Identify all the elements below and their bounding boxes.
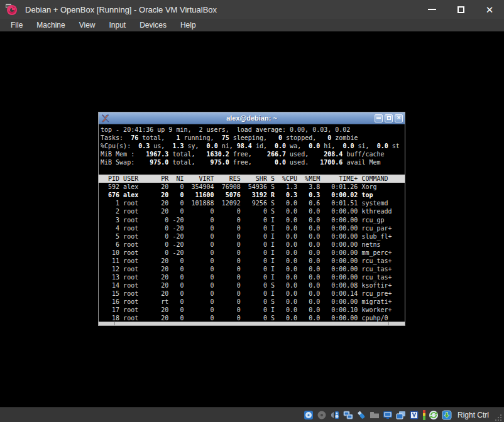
window-title: Debian + OpenBox [Running] - Oracle VM V…	[25, 5, 217, 14]
terminal-maximize-button[interactable]	[385, 114, 393, 122]
optical-drives-status-icon[interactable]	[317, 409, 327, 420]
terminal-line: 592 alex 20 0 354904 76908 54936 S 1.3 3…	[101, 183, 405, 191]
terminal-resize-handle[interactable]	[99, 322, 405, 325]
guest-desktop[interactable]: alex@debian: ~ ✕ top - 20:41:36 up 9 min…	[0, 31, 504, 407]
terminal-line: MiB Mem : 1967.3 total, 1630.2 free, 266…	[101, 150, 405, 158]
terminal-line: 1 root 20 0 101888 12092 9256 S 0.0 0.6 …	[101, 199, 405, 207]
terminal-line: Tasks: 76 total, 1 running, 75 sleeping,…	[101, 134, 405, 142]
terminal-line: 13 root 20 0 0 0 0 I 0.0 0.0 0:00.00 rcu…	[101, 273, 405, 281]
handle-grip-left	[114, 322, 115, 325]
terminal-screen[interactable]: top - 20:41:36 up 9 min, 2 users, load a…	[99, 124, 405, 322]
xterm-icon	[101, 114, 110, 123]
resize-grip[interactable]	[494, 412, 503, 422]
network-status-icon[interactable]	[343, 409, 354, 420]
terminal-line: 16 root rt 0 0 0 0 S 0.0 0.0 0:00.00 mig…	[101, 298, 405, 306]
terminal-minimize-button[interactable]	[375, 114, 383, 122]
terminal-line: MiB Swap: 975.0 total, 975.0 free, 0.0 u…	[101, 158, 405, 166]
terminal-line: 2 root 20 0 0 0 0 S 0.0 0.0 0:00.00 kthr…	[101, 207, 405, 215]
usb-status-icon[interactable]	[356, 409, 367, 420]
maximize-button[interactable]	[446, 0, 475, 19]
close-icon: ✕	[486, 5, 494, 14]
terminal-line: 12 root 20 0 0 0 0 I 0.0 0.0 0:00.00 rcu…	[101, 265, 405, 273]
terminal-line: 14 root 20 0 0 0 0 S 0.0 0.0 0:00.08 kso…	[101, 281, 405, 289]
minimize-icon	[428, 9, 436, 10]
terminal-line: 11 root 20 0 0 0 0 I 0.0 0.0 0:00.00 rcu…	[101, 257, 405, 265]
keyboard-capture-status-icon[interactable]	[442, 409, 452, 420]
terminal-line: 4 root 0 -20 0 0 0 I 0.0 0.0 0:00.00 rcu…	[101, 224, 405, 232]
virtualbox-logo-icon	[4, 3, 19, 16]
handle-grip-right	[388, 322, 389, 325]
terminal-line: 10 root 0 -20 0 0 0 I 0.0 0.0 0:00.00 mm…	[101, 249, 405, 257]
terminal-line	[101, 166, 405, 175]
terminal-window: alex@debian: ~ ✕ top - 20:41:36 up 9 min…	[98, 112, 405, 326]
maximize-icon	[457, 6, 464, 13]
titlebar: Debian + OpenBox [Running] - Oracle VM V…	[0, 0, 504, 19]
menu-help[interactable]: Help	[173, 19, 203, 31]
minimize-icon	[376, 117, 381, 119]
menu-view[interactable]: View	[72, 19, 102, 31]
activity-indicator	[422, 409, 426, 420]
features-status-icon[interactable]	[409, 409, 420, 420]
terminal-line: 15 root 20 0 0 0 0 I 0.0 0.0 0:00.14 rcu…	[101, 289, 405, 298]
window-controls: ✕	[417, 0, 504, 19]
menu-machine[interactable]: Machine	[30, 19, 72, 31]
menubar: File Machine View Input Devices Help	[0, 19, 504, 31]
shared-folders-status-icon[interactable]	[370, 409, 380, 420]
menu-file[interactable]: File	[4, 19, 30, 31]
virtualbox-window: Debian + OpenBox [Running] - Oracle VM V…	[0, 0, 504, 422]
host-key-label: Right Ctrl	[457, 411, 489, 419]
terminal-line: top - 20:41:36 up 9 min, 2 users, load a…	[101, 126, 405, 134]
terminal-line: 676 alex 20 0 11600 5076 3192 R 0.3 0.3 …	[101, 191, 405, 199]
close-button[interactable]: ✕	[475, 0, 504, 19]
minimize-button[interactable]	[417, 0, 446, 19]
menu-input[interactable]: Input	[102, 19, 133, 31]
menu-devices[interactable]: Devices	[133, 19, 173, 31]
terminal-line: 6 root 0 -20 0 0 0 I 0.0 0.0 0:00.00 net…	[101, 241, 405, 249]
terminal-title: alex@debian: ~	[99, 114, 405, 122]
recording-status-icon[interactable]	[396, 409, 407, 420]
close-icon: ✕	[397, 116, 401, 121]
terminal-controls: ✕	[375, 114, 403, 122]
terminal-line: 5 root 0 -20 0 0 0 I 0.0 0.0 0:00.00 slu…	[101, 232, 405, 241]
statusbar: Right Ctrl	[0, 407, 504, 422]
terminal-line: 17 root 20 0 0 0 0 I 0.0 0.0 0:00.10 kwo…	[101, 306, 405, 314]
audio-status-icon[interactable]	[330, 409, 341, 420]
mouse-integration-status-icon[interactable]	[429, 409, 439, 420]
terminal-line: 18 root 20 0 0 0 0 S 0.0 0.0 0:00.00 cpu…	[101, 314, 405, 322]
terminal-line: %Cpu(s): 0.3 us, 1.3 sy, 0.0 ni, 98.4 id…	[101, 142, 405, 150]
terminal-line: 3 root 0 -20 0 0 0 I 0.0 0.0 0:00.00 rcu…	[101, 216, 405, 224]
hard-disks-status-icon[interactable]	[304, 409, 314, 420]
terminal-line: PID USER PR NI VIRT RES SHR S %CPU %MEM …	[99, 175, 405, 183]
terminal-close-button[interactable]: ✕	[395, 114, 403, 122]
maximize-icon	[387, 116, 391, 120]
terminal-titlebar[interactable]: alex@debian: ~ ✕	[99, 112, 405, 124]
display-status-icon[interactable]	[383, 409, 393, 420]
